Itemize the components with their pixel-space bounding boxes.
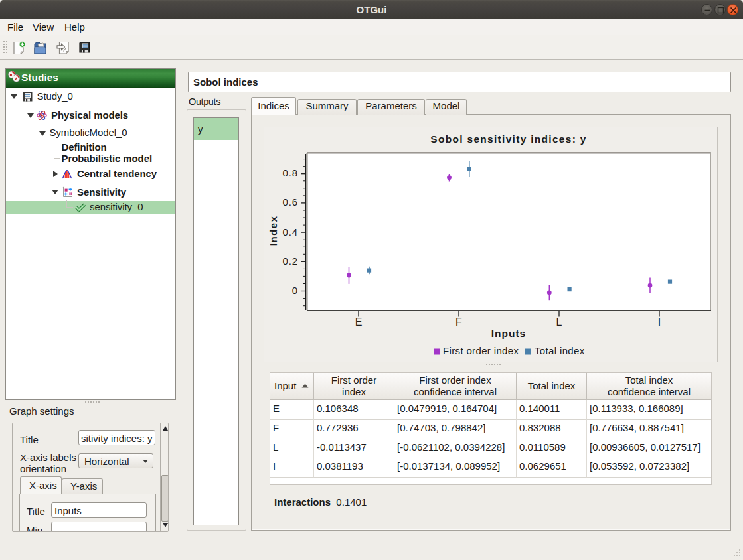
svg-text:Inputs: Inputs: [491, 328, 527, 339]
svg-text:First order index: First order index: [443, 345, 519, 356]
svg-text:E: E: [355, 316, 363, 328]
svg-text:Index: Index: [268, 216, 279, 246]
svg-text:0.6: 0.6: [282, 196, 298, 208]
svg-text:Sobol sensitivity indices: y: Sobol sensitivity indices: y: [430, 133, 586, 145]
svg-text:I: I: [658, 316, 661, 328]
svg-text:F: F: [455, 316, 462, 328]
svg-text:0.4: 0.4: [282, 226, 298, 238]
svg-text:0: 0: [292, 285, 298, 296]
svg-text:Total index: Total index: [535, 345, 585, 356]
svg-text:0.2: 0.2: [282, 255, 298, 267]
svg-text:0.8: 0.8: [282, 167, 298, 178]
svg-text:L: L: [556, 316, 562, 328]
